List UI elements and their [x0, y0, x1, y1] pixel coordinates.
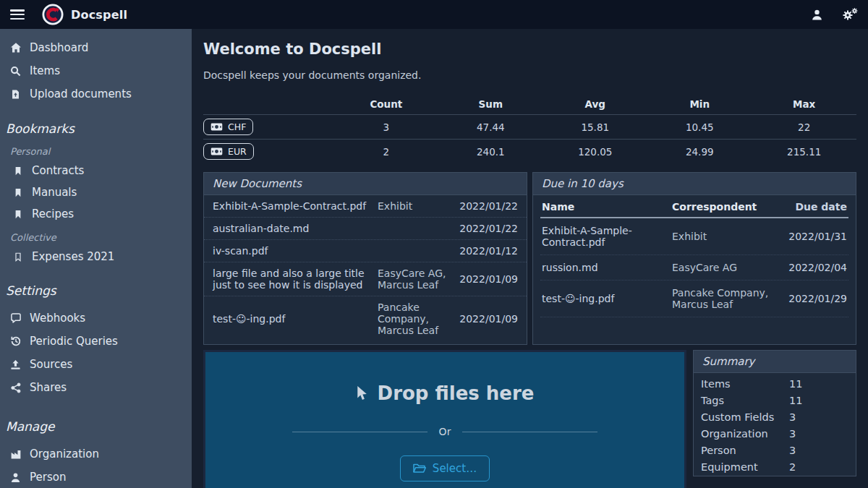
upload-icon: [9, 359, 22, 370]
document-link[interactable]: test-☺-ing.pdf: [213, 313, 370, 325]
bookmark-item-manuals[interactable]: Manuals: [0, 181, 192, 203]
field-stats-table: Count Sum Avg Min Max CHF 3 47.44 15.81 …: [203, 94, 856, 163]
sidebar-item-periodic-queries[interactable]: Periodic Queries: [0, 330, 192, 353]
summary-label: Tags: [701, 395, 789, 406]
manage-section-title: Manage: [0, 412, 192, 437]
document-link[interactable]: Exhibit-A-Sample-Contract.pdf: [213, 200, 370, 212]
stats-header-row: Count Sum Avg Min Max: [203, 94, 856, 114]
summary-row: Organization 3: [694, 426, 856, 442]
document-correspondent: Pancake Company, Marcus Leaf: [672, 287, 770, 310]
dropzone-heading-text: Drop files here: [378, 382, 535, 404]
search-icon: [9, 66, 22, 77]
due-header-due-date: Due date: [778, 201, 847, 213]
stats-cell: 47.44: [438, 121, 542, 133]
stats-cell: 3: [334, 121, 438, 133]
document-correspondent: EasyCare AG, Marcus Leaf: [378, 267, 448, 291]
stats-row-eur: EUR 2 240.1 120.05 24.99 215.11: [203, 139, 856, 163]
bookmark-item-contracts[interactable]: Contracts: [0, 160, 192, 181]
document-link[interactable]: russion.md: [542, 262, 665, 273]
sidebar-item-person[interactable]: Person: [0, 466, 192, 488]
bookmark-filled-icon: [12, 166, 24, 176]
bookmark-item-expenses-2021[interactable]: Expenses 2021: [0, 246, 192, 267]
gears-icon[interactable]: [842, 7, 858, 22]
sidebar-item-shares[interactable]: Shares: [0, 376, 192, 399]
summary-row: Tags 11: [694, 393, 856, 409]
sidebar-item-label: Items: [30, 64, 60, 77]
bookmarks-section-title: Bookmarks: [0, 114, 192, 139]
new-documents-list: Exhibit-A-Sample-Contract.pdf Exhibit 20…: [204, 195, 527, 341]
document-row: australian-date.md 2022/01/22: [204, 218, 527, 240]
summary-value: 3: [789, 428, 796, 440]
history-icon: [9, 335, 22, 347]
document-due-date: 2022/01/31: [778, 231, 847, 242]
document-link[interactable]: large file and also a large title just t…: [213, 267, 370, 291]
due-table: Name Correspondent Due date Exhibit-A-Sa…: [533, 195, 856, 344]
sidebar-item-dashboard[interactable]: Dasbhoard: [0, 36, 192, 59]
home-icon: [9, 42, 22, 53]
select-files-button[interactable]: Select…: [400, 455, 490, 481]
document-correspondent: Exhibit: [672, 231, 770, 242]
currency-badge-eur: EUR: [203, 143, 254, 160]
document-row: Exhibit-A-Sample-Contract.pdf Exhibit 20…: [204, 195, 527, 218]
sidebar: Dasbhoard Items Upload documents Bookmar…: [0, 29, 192, 488]
summary-value: 2: [789, 461, 796, 473]
sidebar-item-sources[interactable]: Sources: [0, 353, 192, 376]
document-link[interactable]: Exhibit-A-Sample-Contract.pdf: [542, 225, 665, 248]
page-title: Welcome to Docspell: [203, 40, 856, 58]
document-due-date: 2022/01/29: [778, 293, 847, 304]
due-header-row: Name Correspondent Due date: [540, 195, 848, 218]
due-panel-title: Due in 10 days: [533, 173, 856, 195]
sidebar-item-label: Periodic Queries: [30, 335, 118, 348]
due-row: russion.md EasyCare AG 2022/02/04: [540, 255, 848, 281]
bookmark-item-label: Recipes: [32, 207, 74, 221]
sidebar-item-webhooks[interactable]: Webhooks: [0, 307, 192, 330]
summary-value: 11: [789, 395, 802, 406]
file-upload-icon: [9, 89, 22, 100]
new-documents-panel: New Documents Exhibit-A-Sample-Contract.…: [203, 172, 527, 345]
bookmark-item-recipes[interactable]: Recipes: [0, 203, 192, 225]
docspell-logo[interactable]: [42, 4, 64, 25]
document-correspondent: Exhibit: [378, 200, 448, 212]
summary-panel: Summary Items 11 Tags 11 Custom Fields 3: [693, 350, 856, 476]
bookmarks-group-collective: Collective: [0, 225, 192, 246]
stats-cell: 215.11: [752, 146, 856, 158]
user-icon[interactable]: [811, 9, 823, 21]
currency-label: CHF: [228, 121, 246, 132]
bookmark-outline-icon: [12, 252, 24, 262]
folder-open-icon: [413, 463, 426, 474]
sidebar-item-label: Dasbhoard: [30, 41, 88, 54]
select-files-label: Select…: [433, 462, 477, 475]
topbar: Docspell: [0, 0, 868, 29]
page-subtitle: Docspell keeps your documents organized.: [203, 69, 856, 81]
document-link[interactable]: iv-scan.pdf: [213, 245, 370, 257]
sidebar-item-items[interactable]: Items: [0, 59, 192, 82]
file-dropzone[interactable]: Drop files here Or Select…: [203, 350, 686, 488]
document-date: 2022/01/22: [456, 223, 518, 234]
stats-header-avg: Avg: [543, 98, 647, 110]
stats-cell: 120.05: [543, 146, 647, 158]
due-panel: Due in 10 days Name Correspondent Due da…: [532, 172, 856, 345]
sidebar-item-upload-documents[interactable]: Upload documents: [0, 82, 192, 106]
stats-header-count: Count: [334, 98, 438, 110]
comment-icon: [9, 313, 22, 324]
currency-badge-chf: CHF: [203, 119, 253, 135]
dropzone-divider-label: Or: [439, 426, 451, 437]
main-content: Welcome to Docspell Docspell keeps your …: [192, 29, 868, 488]
summary-value: 11: [789, 378, 802, 390]
sidebar-item-organization[interactable]: Organization: [0, 442, 192, 466]
document-date: 2022/01/22: [456, 200, 518, 212]
due-header-name: Name: [542, 201, 665, 213]
stats-row-chf: CHF 3 47.44 15.81 10.45 22: [203, 114, 856, 139]
document-date: 2022/01/09: [456, 273, 518, 285]
menu-icon[interactable]: [10, 9, 25, 20]
stats-cell: 240.1: [438, 146, 542, 158]
document-correspondent: Pancake Company, Marcus Leaf: [378, 301, 448, 336]
document-link[interactable]: australian-date.md: [213, 223, 370, 234]
stats-cell: 10.45: [647, 121, 752, 133]
money-bill-icon: [210, 147, 223, 155]
summary-row: Person 3: [694, 442, 856, 459]
document-due-date: 2022/02/04: [778, 262, 847, 273]
document-link[interactable]: test-☺-ing.pdf: [542, 293, 665, 304]
bookmarks-group-personal: Personal: [0, 139, 192, 160]
stats-cell: 24.99: [647, 146, 752, 158]
